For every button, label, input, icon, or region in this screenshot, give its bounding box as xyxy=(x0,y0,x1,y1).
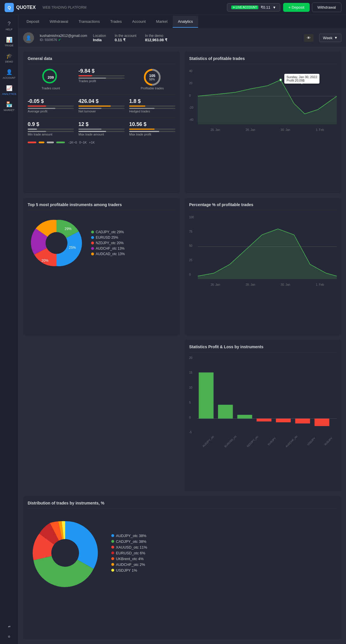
user-info: kushalmishra2612@gmail.com ID: 5509576 ✔ xyxy=(40,34,87,42)
chevron-down-icon: ▼ xyxy=(273,5,276,10)
dist-legend-cadjpy: CADJPY_otc 38% xyxy=(111,539,147,544)
trades-count-label: Trades count xyxy=(42,86,60,90)
dist-dot-ukbrent xyxy=(111,557,114,560)
pct-chart-title: Percentage % of profitable trades xyxy=(189,202,337,210)
legend-dot-audchf xyxy=(91,247,94,250)
tab-analytics[interactable]: Analytics xyxy=(173,16,198,28)
hedged-trades-stat: 1.8 $ Hedged trades xyxy=(129,98,175,113)
location-value: India xyxy=(93,38,106,42)
live-account-btn[interactable]: ✈ LIVE ACCOUNT ₹0.11 ▼ xyxy=(227,3,281,12)
legend-eurusd: EURUSD 25% xyxy=(91,236,125,240)
tab-market[interactable]: Market xyxy=(151,16,173,28)
legend-dot-cadjpy xyxy=(91,231,94,234)
chart-point xyxy=(280,79,282,81)
legend-audcad-label: AUDCAD_otc 13% xyxy=(96,252,125,256)
distribution-title: Distribution of trades by instruments, % xyxy=(28,501,337,509)
distribution-chart xyxy=(28,515,103,590)
eye-button[interactable]: 👁 xyxy=(304,34,313,42)
content-grid: General data 209 Trades count xyxy=(18,47,346,644)
sidebar-label-account: ACCOUNT xyxy=(3,76,16,79)
sidebar-item-settings[interactable]: ⚙ xyxy=(8,632,10,641)
legend-cadjpy: CADJPY_otc 29% xyxy=(91,230,125,234)
tab-deposit[interactable]: Deposit xyxy=(21,16,44,28)
trades-profit-value: -9.84 $ xyxy=(78,68,125,74)
tab-transactions[interactable]: Transactions xyxy=(73,16,105,28)
verified-icon: ✔ xyxy=(58,38,61,42)
pie-label-25: 25% xyxy=(69,246,76,250)
pct-x-labels: 26. Jan 28. Jan 30. Jan 1. Feb xyxy=(198,283,337,286)
stats-profitable-title: Statistics of profitable trades xyxy=(189,56,337,64)
profitable-trades-value: 105 50% xyxy=(149,74,155,81)
help-icon: ? xyxy=(7,21,10,27)
trades-profit-bar2 xyxy=(78,78,125,79)
pl-y-labels: 20 15 10 5 0 -5 xyxy=(189,356,197,434)
sidebar-bottom: ⇄ ⚙ xyxy=(8,622,10,641)
topbar: Q QUOTEX WEB TRADING PLATFORM ✈ LIVE ACC… xyxy=(0,0,346,15)
profitable-trades-stat: 105 50% Profitable trades xyxy=(129,68,175,90)
legend-nzdjpy-label: NZDJPY_otc 20% xyxy=(96,241,124,245)
stats-profitable-chart: Sunday, Jan 30, 2022 Profit 20,09$ 40 20… xyxy=(189,68,337,131)
max-trade-value: 12 $ xyxy=(78,121,125,127)
sidebar-label-trade: TRADE xyxy=(5,44,14,47)
tab-withdrawal[interactable]: Withdrawal xyxy=(44,16,73,28)
main: Deposit Withdrawal Transactions Trades A… xyxy=(18,15,346,644)
profitable-trades-ring: 105 50% xyxy=(143,68,161,86)
gear-icon: ⚙ xyxy=(8,635,10,638)
tab-account[interactable]: Account xyxy=(127,16,151,28)
sidebar-item-account[interactable]: 👤 ACCOUNT xyxy=(0,66,18,82)
bar-eurusd xyxy=(218,405,233,419)
sidebar-item-arrows[interactable]: ⇄ xyxy=(8,622,10,631)
profitable-pct: 50% xyxy=(149,78,155,81)
week-select[interactable]: Week ▼ xyxy=(319,34,341,42)
chart-tooltip: Sunday, Jan 30, 2022 Profit 20,09$ xyxy=(284,74,319,84)
dist-label-audjpy: AUDJPY_otc 38% xyxy=(116,534,146,538)
withdrawal-button[interactable]: Withdrawal xyxy=(312,3,341,12)
pie-label-29: 29% xyxy=(65,227,72,231)
sidebar-item-analytics[interactable]: 📈 ANALYTICS xyxy=(0,82,18,98)
stats-row-2: -0.05 $ Average profit 426.04 $ Net turn… xyxy=(28,98,175,113)
arrows-icon: ⇄ xyxy=(8,625,10,628)
sidebar-item-demo[interactable]: 🎓 DEMO xyxy=(0,50,18,66)
dist-dot-xauusd xyxy=(111,546,114,549)
deposit-label: + Deposit xyxy=(288,5,304,10)
trades-count-ring: 209 xyxy=(42,68,60,86)
user-meta: Location India In the account 0.11 ₹ In … xyxy=(93,34,298,42)
pct-chart-content xyxy=(198,214,337,279)
bar-audjpy2 xyxy=(315,419,329,426)
legend-nzdjpy: NZDJPY_otc 20% xyxy=(91,241,125,245)
trades-profit-bar xyxy=(78,75,125,76)
sidebar-item-trade[interactable]: 📊 TRADE xyxy=(0,34,18,50)
profit-loss-chart-container: 20 15 10 5 0 -5 xyxy=(189,356,337,443)
legend-bar-gray xyxy=(47,142,54,143)
deposit-button[interactable]: + Deposit xyxy=(283,3,309,12)
max-profit-label: Max trade profit xyxy=(129,133,175,136)
live-label: LIVE ACCOUNT xyxy=(236,6,257,9)
dist-legend-xauusd: XAUUSD_otc 11% xyxy=(111,545,147,549)
withdrawal-label: Withdrawal xyxy=(317,5,336,10)
tab-trades[interactable]: Trades xyxy=(105,16,127,28)
demo-value: 812,963.08 ₹ xyxy=(145,38,167,42)
logo: Q QUOTEX xyxy=(5,3,36,12)
net-turnover-label: Net turnover xyxy=(78,110,125,113)
bar-usdjpy xyxy=(295,419,310,423)
sidebar-label-help: HELP xyxy=(6,28,13,31)
legend-eurusd-label: EURUSD 25% xyxy=(96,236,118,240)
top5-pie-chart: 29% 25% 20% xyxy=(28,214,85,272)
logo-text: QUOTEX xyxy=(16,5,36,10)
account-meta-value: 0.11 ₹ xyxy=(115,38,136,42)
dist-legend-ukbrent: UKBrent_otc 4% xyxy=(111,557,147,561)
legend-bar-red xyxy=(28,142,36,143)
trade-icon: 📊 xyxy=(6,37,12,43)
trades-profit-bar2-fill xyxy=(78,78,106,79)
sidebar: ? HELP 📊 TRADE 🎓 DEMO 👤 ACCOUNT 📈 ANALYT… xyxy=(0,15,18,644)
sidebar-item-market[interactable]: 🏪 MARKET xyxy=(0,98,18,114)
location-meta: Location India xyxy=(93,34,106,42)
avg-profit-value: -0.05 $ xyxy=(28,98,74,104)
legend-0: 0~1K xyxy=(79,141,87,144)
net-turnover-stat: 426.04 $ Net turnover xyxy=(78,98,125,113)
location-label: Location xyxy=(93,34,106,38)
legend-dot-audcad xyxy=(91,253,94,255)
dist-label-ukbrent: UKBrent_otc 4% xyxy=(116,557,144,561)
sidebar-item-help[interactable]: ? HELP xyxy=(0,18,18,34)
avg-profit-stat: -0.05 $ Average profit xyxy=(28,98,74,113)
